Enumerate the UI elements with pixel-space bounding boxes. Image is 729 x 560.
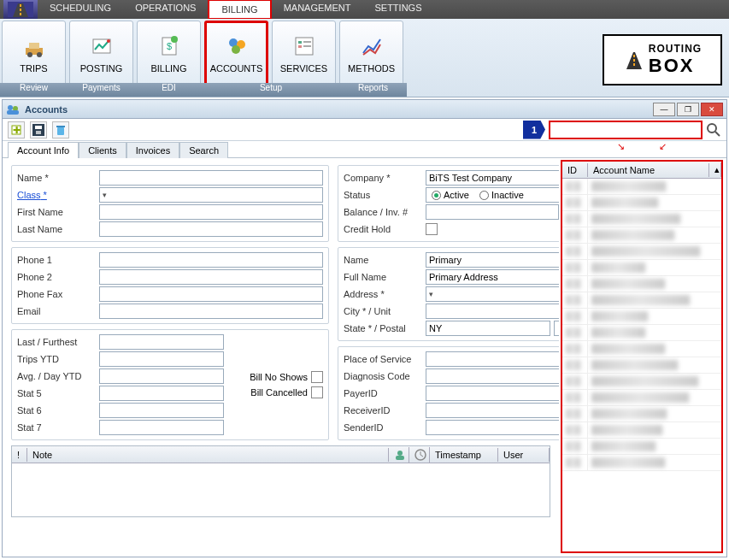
lastfurthest-input[interactable] bbox=[99, 334, 224, 350]
list-item[interactable] bbox=[562, 260, 721, 276]
search-input[interactable] bbox=[549, 121, 703, 139]
state-input[interactable] bbox=[426, 321, 550, 336]
credithold-checkbox[interactable] bbox=[426, 223, 438, 235]
address-label: Address bbox=[344, 289, 422, 299]
tab-clients[interactable]: Clients bbox=[79, 142, 126, 158]
city-input[interactable] bbox=[426, 304, 559, 319]
list-item[interactable] bbox=[562, 325, 721, 341]
list-item[interactable] bbox=[562, 309, 721, 325]
note-user-icon[interactable] bbox=[389, 447, 409, 463]
stat6-input[interactable] bbox=[99, 403, 224, 418]
billnoshows-checkbox[interactable] bbox=[311, 371, 323, 383]
list-item[interactable] bbox=[562, 179, 721, 195]
list-item[interactable] bbox=[562, 227, 721, 244]
list-item[interactable] bbox=[562, 422, 721, 439]
list-item[interactable] bbox=[562, 390, 721, 406]
list-item[interactable] bbox=[562, 244, 721, 260]
delete-icon[interactable] bbox=[52, 121, 69, 139]
receiver-input[interactable] bbox=[426, 403, 559, 418]
notes-col-note[interactable]: Note bbox=[27, 448, 389, 462]
diag-label: Diagnosis Code bbox=[344, 371, 422, 381]
list-item[interactable] bbox=[562, 211, 721, 227]
company-select[interactable]: BiTS Test Company bbox=[426, 170, 559, 186]
scroll-up-icon[interactable]: ▴ bbox=[709, 162, 721, 177]
ribbon-methods-button[interactable]: METHODS bbox=[339, 21, 403, 85]
menu-management[interactable]: MANAGEMENT bbox=[272, 0, 363, 20]
avgday-input[interactable] bbox=[99, 368, 224, 384]
billcancelled-checkbox[interactable] bbox=[311, 386, 323, 398]
fullname-input[interactable] bbox=[426, 269, 559, 285]
menu-billing[interactable]: BILLING bbox=[208, 0, 271, 20]
tripsytd-label: Trips YTD bbox=[17, 354, 96, 364]
phone2-input[interactable] bbox=[99, 269, 323, 285]
notes-col-bang[interactable]: ! bbox=[12, 448, 27, 462]
svg-rect-35 bbox=[56, 126, 65, 127]
payer-input[interactable] bbox=[426, 386, 559, 401]
notes-col-user[interactable]: User bbox=[498, 448, 550, 462]
email-input[interactable] bbox=[99, 304, 323, 319]
list-item[interactable] bbox=[562, 276, 721, 292]
side-rows[interactable] bbox=[562, 179, 721, 551]
addrname-select[interactable]: Primary bbox=[426, 252, 559, 268]
notes-body[interactable] bbox=[12, 463, 550, 516]
search-icon[interactable] bbox=[706, 122, 721, 138]
status-inactive-radio[interactable]: Inactive bbox=[479, 190, 524, 200]
list-item[interactable] bbox=[562, 439, 721, 455]
firstname-input[interactable] bbox=[99, 204, 323, 220]
address-select[interactable] bbox=[426, 286, 559, 302]
list-item[interactable] bbox=[562, 292, 721, 309]
tab-search[interactable]: Search bbox=[179, 142, 228, 158]
list-item[interactable] bbox=[562, 341, 721, 357]
svg-point-10 bbox=[107, 39, 110, 43]
tripsytd-input[interactable] bbox=[99, 351, 224, 367]
side-col-id[interactable]: ID bbox=[562, 163, 588, 177]
phone1-input[interactable] bbox=[99, 252, 323, 268]
class-select[interactable] bbox=[99, 187, 323, 203]
pos-input[interactable] bbox=[426, 351, 559, 367]
list-item[interactable] bbox=[562, 195, 721, 211]
menu-operations[interactable]: OPERATIONS bbox=[123, 0, 208, 20]
ribbon-trips-button[interactable]: TRIPS bbox=[2, 21, 66, 85]
save-icon[interactable] bbox=[30, 121, 47, 139]
name-input[interactable] bbox=[99, 170, 323, 186]
tab-account-info[interactable]: Account Info bbox=[8, 142, 79, 158]
ribbon-services-button[interactable]: SERVICES bbox=[272, 21, 336, 85]
lastname-label: Last Name bbox=[17, 224, 96, 234]
balance-input[interactable] bbox=[426, 204, 559, 220]
menu-scheduling[interactable]: SCHEDULING bbox=[38, 0, 123, 20]
postal-input[interactable] bbox=[554, 321, 559, 336]
list-item[interactable] bbox=[562, 406, 721, 422]
addrname-label: Name bbox=[344, 255, 422, 265]
stat5-input[interactable] bbox=[99, 386, 224, 401]
ribbon-group-payments: Payments bbox=[68, 83, 135, 97]
list-item[interactable] bbox=[562, 357, 721, 374]
status-active-radio[interactable]: Active bbox=[432, 190, 469, 200]
sender-input[interactable] bbox=[426, 420, 559, 435]
ribbon-accounts-button[interactable]: ACCOUNTS bbox=[204, 21, 268, 85]
side-col-name[interactable]: Account Name bbox=[588, 163, 709, 177]
restore-button[interactable]: ❐ bbox=[677, 103, 699, 116]
diag-input[interactable] bbox=[426, 368, 559, 384]
svg-rect-8 bbox=[29, 43, 39, 49]
account-form: Name Class First Name Last Name Phone 1 … bbox=[3, 158, 559, 557]
svg-rect-43 bbox=[396, 456, 404, 460]
tab-invoices[interactable]: Invoices bbox=[126, 142, 179, 158]
notes-col-timestamp[interactable]: Timestamp bbox=[430, 448, 498, 462]
new-record-icon[interactable]: ✚ bbox=[8, 121, 25, 139]
credithold-label: Credit Hold bbox=[344, 224, 422, 234]
minimize-button[interactable]: — bbox=[653, 103, 675, 116]
phonefax-input[interactable] bbox=[99, 286, 323, 302]
list-item[interactable] bbox=[562, 455, 721, 471]
ribbon-posting-button[interactable]: POSTING bbox=[69, 21, 133, 85]
ribbon-billing-button[interactable]: $BILLING bbox=[137, 21, 201, 85]
list-item[interactable] bbox=[562, 374, 721, 390]
menu-settings[interactable]: SETTINGS bbox=[362, 0, 433, 20]
svg-rect-24 bbox=[633, 59, 635, 62]
class-link[interactable]: Class bbox=[17, 190, 96, 200]
note-clock-icon[interactable] bbox=[409, 447, 430, 463]
lastname-input[interactable] bbox=[99, 221, 323, 237]
trips-icon bbox=[21, 32, 48, 60]
close-button[interactable]: ✕ bbox=[701, 103, 723, 116]
stat7-input[interactable] bbox=[99, 420, 224, 435]
routing-box-logo: ROUTING BOX bbox=[603, 34, 722, 85]
